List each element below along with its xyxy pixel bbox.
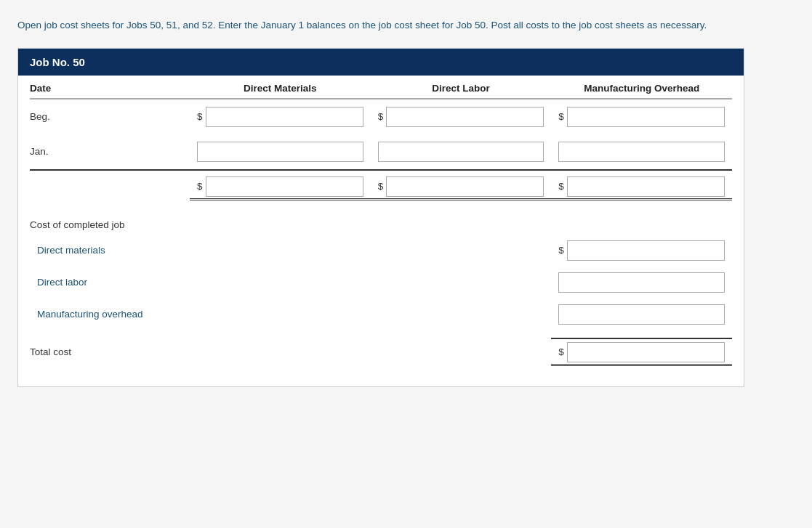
instructions: Open job cost sheets for Jobs 50, 51, an… (17, 17, 744, 33)
total-cost-cell: $ (551, 338, 732, 366)
total-cost-label: Total cost (30, 346, 190, 357)
dollar-beg-moh: $ (558, 111, 564, 122)
jan-moh-cell (551, 142, 732, 162)
beg-dm-cell: $ (190, 107, 371, 127)
cost-dm-input[interactable] (567, 240, 725, 261)
row-label-jan: Jan. (30, 146, 190, 157)
row-label-beg: Beg. (30, 111, 190, 122)
jan-dm-input[interactable] (197, 142, 363, 162)
table-row-beg: Beg. $ $ $ (30, 99, 732, 134)
beg-dl-input[interactable] (386, 107, 544, 127)
cost-moh-input[interactable] (558, 304, 725, 325)
cost-dm-cell: $ (551, 240, 732, 261)
job-title: Job No. 50 (30, 56, 85, 68)
total-dm-cell: $ (190, 176, 371, 200)
beg-moh-input[interactable] (567, 107, 725, 127)
cost-dl-label: Direct labor (30, 277, 190, 288)
col-date-header: Date (30, 83, 190, 94)
col-dm-header: Direct Materials (190, 83, 371, 94)
dollar-total-moh: $ (558, 181, 564, 192)
total-dl-input[interactable] (386, 176, 544, 197)
beg-dm-input[interactable] (206, 107, 363, 127)
column-headers: Date Direct Materials Direct Labor Manuf… (30, 76, 732, 99)
cost-section-title: Cost of completed job (30, 212, 732, 235)
cost-moh-cell (551, 304, 732, 325)
cost-dl-cell (551, 272, 732, 293)
jan-dm-cell (190, 142, 371, 162)
cost-section: Cost of completed job Direct materials $… (18, 212, 744, 386)
cost-dl-input[interactable] (558, 272, 725, 293)
dollar-total-cost: $ (558, 346, 564, 357)
total-cost-input[interactable] (567, 342, 725, 362)
beg-moh-cell: $ (551, 107, 732, 127)
cost-row-dm: Direct materials $ (30, 235, 732, 267)
table-section: Date Direct Materials Direct Labor Manuf… (18, 76, 744, 212)
dollar-beg-dm: $ (197, 111, 203, 122)
cost-moh-label: Manufacturing overhead (30, 309, 190, 320)
cost-row-dl: Direct labor (30, 267, 732, 298)
beg-dl-cell: $ (371, 107, 552, 127)
total-dm-input[interactable] (206, 176, 363, 197)
job-card: Job No. 50 Date Direct Materials Direct … (17, 48, 744, 387)
total-moh-input[interactable] (567, 176, 725, 197)
dollar-cost-dm: $ (558, 245, 564, 256)
col-moh-header: Manufacturing Overhead (551, 83, 732, 94)
jan-dl-input[interactable] (378, 142, 544, 162)
cost-dm-label: Direct materials (30, 245, 190, 256)
jan-moh-input[interactable] (558, 142, 725, 162)
cost-row-moh: Manufacturing overhead (30, 298, 732, 330)
total-cost-row: Total cost $ (30, 330, 732, 369)
total-moh-cell: $ (551, 176, 732, 200)
dollar-total-dl: $ (378, 181, 384, 192)
jan-dl-cell (371, 142, 552, 162)
dollar-total-dm: $ (197, 181, 203, 192)
total-dl-cell: $ (371, 176, 552, 200)
col-dl-header: Direct Labor (371, 83, 552, 94)
totals-row: $ $ $ (30, 169, 732, 212)
job-header: Job No. 50 (18, 49, 744, 76)
dollar-beg-dl: $ (378, 111, 384, 122)
table-row-jan: Jan. (30, 134, 732, 169)
